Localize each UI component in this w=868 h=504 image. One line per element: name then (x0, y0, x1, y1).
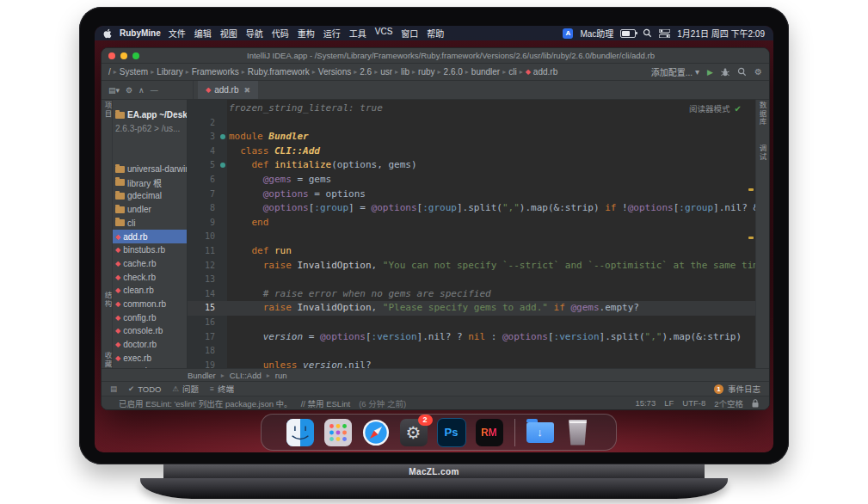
dock-finder-icon[interactable] (286, 418, 315, 447)
tool-window-switcher-icon[interactable]: ▤ (110, 384, 117, 393)
close-button[interactable] (108, 52, 115, 59)
dock-settings-icon[interactable]: ⚙2 (399, 418, 428, 447)
tree-item-clean.rb[interactable]: ◆clean.rb (113, 284, 187, 298)
code-line-5[interactable]: 5 def initialize(options, gems) (188, 158, 755, 173)
code-line-2[interactable]: 2 (188, 116, 755, 131)
inspections-ok-icon[interactable]: ✔ (735, 104, 742, 114)
file-encoding[interactable]: UTF-8 (682, 398, 705, 408)
tree-item-library 根[interactable]: library 根 (113, 175, 187, 189)
code-line-1[interactable]: frozen_string_literal: true (188, 101, 755, 116)
code-line-4[interactable]: 4 class CLI::Add (188, 144, 755, 159)
tree-item-config.rb[interactable]: ◆config.rb (113, 310, 187, 324)
panel-settings-icon[interactable]: ⚙ (126, 86, 132, 95)
code-line-16[interactable]: 16 (188, 316, 755, 330)
dock-trash-icon[interactable] (563, 418, 593, 447)
tree-item-binstubs.rb[interactable]: ◆binstubs.rb (113, 243, 187, 257)
path-crumb-9[interactable]: ruby (418, 67, 434, 77)
debug-icon[interactable] (721, 68, 729, 77)
collapse-all-icon[interactable]: ∧ (139, 86, 145, 95)
menu-item-7[interactable]: 工具 (349, 27, 366, 40)
tree-item-exec.rb[interactable]: ◆exec.rb (113, 351, 187, 365)
dock-rubymine-icon[interactable]: RM (475, 418, 504, 447)
tool-stripe-label-2[interactable]: 收藏 (102, 352, 113, 368)
breadcrumb-method[interactable]: run (275, 371, 287, 380)
menu-item-4[interactable]: 代码 (272, 27, 289, 40)
tree-item-gdecimal[interactable]: gdecimal (113, 189, 187, 203)
code-line-7[interactable]: 7 @options = options (188, 187, 755, 202)
dock-photoshop-icon[interactable]: Ps (437, 418, 466, 447)
code-line-17[interactable]: 17 version = @options[:version].nil? ? n… (188, 330, 755, 345)
stripe-mark-0[interactable] (748, 188, 754, 191)
tool-stripe-label-1[interactable]: 结构 (102, 292, 113, 308)
code-line-3[interactable]: 3module Bundler (188, 130, 755, 144)
hide-panel-icon[interactable]: ― (151, 86, 158, 95)
editor-tab-add-rb[interactable]: ◆ add.rb ✖ (198, 81, 258, 99)
path-crumb-7[interactable]: usr (380, 67, 392, 77)
tool-stripe-label-1[interactable]: 调试 (757, 144, 767, 161)
tree-item-cli[interactable]: cli (113, 217, 187, 230)
apple-menu-icon[interactable] (103, 28, 112, 39)
zoom-button[interactable] (132, 52, 139, 59)
path-crumb-2[interactable]: Library (157, 67, 183, 77)
dock-safari-icon[interactable] (361, 418, 391, 447)
code-line-10[interactable]: 10 (188, 230, 755, 244)
tool-problems[interactable]: ⚠问题 (172, 383, 199, 395)
tree-item-2.6.3-p62 > /us...[interactable]: 2.6.3-p62 > /us... (113, 122, 187, 136)
dock-downloads-icon[interactable]: ↓ (526, 418, 555, 447)
tree-item-cache.rb[interactable]: ◆cache.rb (113, 257, 187, 271)
search-everywhere-icon[interactable] (737, 67, 747, 77)
path-crumb-3[interactable]: Frameworks (192, 67, 239, 77)
line-ending[interactable]: LF (664, 398, 674, 408)
search-icon[interactable] (643, 28, 652, 38)
path-crumb-0[interactable]: / (108, 67, 111, 77)
gutter-marker-icon[interactable] (220, 134, 225, 139)
menu-item-8[interactable]: VCS (375, 27, 393, 40)
gutter-marker-icon[interactable] (220, 163, 225, 168)
error-stripe[interactable] (747, 100, 755, 368)
status-action-link[interactable]: // 禁用 ESLint (301, 397, 351, 409)
code-editor[interactable]: 阅读器模式 ✔ frozen_string_literal: true23mod… (188, 100, 755, 368)
code-line-15[interactable]: 15 raise InvalidOption, "Please specify … (188, 301, 755, 316)
assistant-app-icon[interactable]: A (563, 28, 573, 39)
window-titlebar[interactable]: IntelliJ IDEA.app - /System/Library/Fram… (102, 48, 769, 64)
tree-item-universal-darwin2...[interactable]: universal-darwin2... (113, 163, 187, 176)
tool-stripe-label-0[interactable]: 项目 (102, 101, 113, 118)
code-line-6[interactable]: 6 @gems = gems (188, 173, 755, 187)
tree-item-EA.app ~/Desk...[interactable]: EA.app ~/Desk... (113, 108, 187, 122)
tool-stripe-label-0[interactable]: 数据库 (757, 101, 767, 126)
code-line-11[interactable]: 11 def run (188, 244, 755, 259)
code-line-8[interactable]: 8 @options[:group] = @options[:group].sp… (188, 201, 755, 216)
tree-item-common.rb[interactable]: ◆common.rb (113, 298, 187, 311)
path-crumb-4[interactable]: Ruby.framework (248, 67, 310, 77)
code-line-12[interactable]: 12 raise InvalidOption, "You can not spe… (188, 259, 755, 274)
run-icon[interactable]: ▶ (707, 68, 713, 77)
path-crumb-file[interactable]: add.rb (533, 67, 557, 77)
tree-item-undler[interactable]: undler (113, 203, 187, 217)
battery-icon[interactable] (620, 29, 636, 38)
menu-item-10[interactable]: 帮助 (427, 27, 444, 40)
path-crumb-12[interactable]: cli (508, 67, 516, 77)
path-crumb-10[interactable]: 2.6.0 (444, 67, 463, 77)
menubar-clock[interactable]: 1月21日 周四 下午2:09 (677, 27, 765, 40)
tree-item-doctor.rb[interactable]: ◆doctor.rb (113, 338, 187, 352)
path-crumb-6[interactable]: 2.6 (360, 67, 372, 77)
tab-close-icon[interactable]: ✖ (244, 86, 251, 95)
path-crumb-1[interactable]: System (120, 67, 148, 77)
event-log[interactable]: 1 事件日志 (714, 383, 760, 395)
tree-item-add.rb[interactable]: ◆add.rb (113, 230, 187, 243)
reader-mode-widget[interactable]: 阅读器模式 ✔ (689, 102, 742, 114)
code-line-18[interactable]: 18 (188, 344, 755, 359)
code-line-9[interactable]: 9 end (188, 216, 755, 230)
stripe-mark-1[interactable] (748, 237, 754, 239)
menu-item-5[interactable]: 重构 (298, 27, 315, 40)
control-center-icon[interactable] (659, 29, 670, 38)
code-line-13[interactable]: 13 (188, 273, 755, 287)
code-line-14[interactable]: 14 # raise error when no gems are specif… (188, 287, 755, 302)
breadcrumb-class[interactable]: CLI::Add (230, 371, 262, 380)
caret-position[interactable]: 15:73 (635, 398, 656, 408)
path-crumb-5[interactable]: Versions (318, 67, 351, 77)
run-configuration-select[interactable]: 添加配置...▾ (651, 65, 699, 78)
settings-gear-icon[interactable]: ⚙ (754, 68, 762, 77)
assistant-label[interactable]: Mac助理 (580, 27, 613, 40)
minimize-button[interactable] (120, 52, 127, 59)
